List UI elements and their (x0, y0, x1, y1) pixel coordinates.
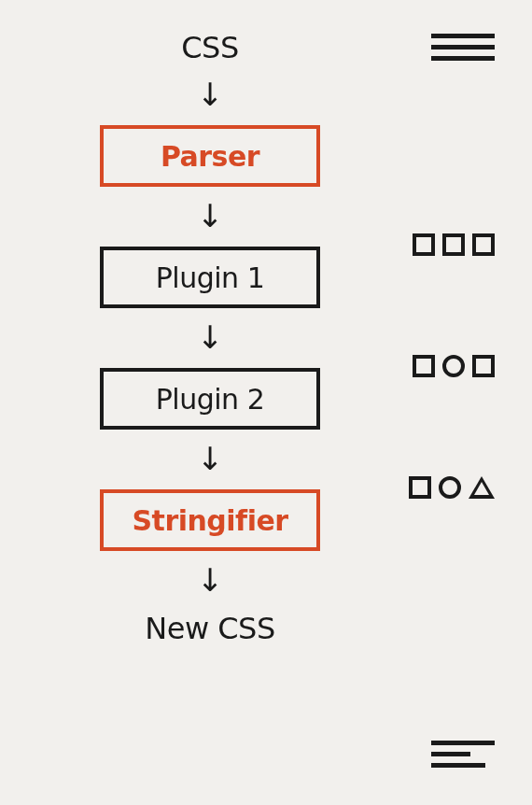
stringifier-label: Stringifier (132, 504, 287, 537)
square-icon (472, 233, 495, 256)
plugin2-box: Plugin 2 (100, 368, 320, 430)
output-label: New CSS (145, 611, 274, 646)
circle-icon (439, 476, 461, 499)
parser-box: Parser (100, 125, 320, 187)
plugin1-label: Plugin 1 (156, 261, 264, 294)
parser-label: Parser (161, 140, 259, 173)
ast-tokens-icon-2 (413, 355, 495, 377)
circle-icon (442, 355, 465, 377)
ast-tokens-icon-1 (413, 233, 495, 256)
arrow-down-icon: ↓ (197, 200, 224, 232)
plugin2-label: Plugin 2 (156, 383, 264, 416)
square-icon (413, 233, 435, 256)
triangle-icon (469, 476, 495, 499)
plugin1-box: Plugin 1 (100, 247, 320, 308)
square-icon (409, 476, 431, 499)
square-icon (442, 233, 465, 256)
ast-tokens-icon-3 (409, 476, 495, 499)
text-justified-icon (431, 34, 495, 61)
arrow-down-icon: ↓ (197, 78, 224, 110)
input-label: CSS (181, 30, 238, 65)
arrow-down-icon: ↓ (197, 321, 224, 353)
pipeline-diagram: CSS ↓ Parser ↓ Plugin 1 ↓ Plugin 2 ↓ Str… (89, 30, 331, 646)
square-icon (413, 355, 435, 377)
stringifier-box: Stringifier (100, 489, 320, 551)
arrow-down-icon: ↓ (197, 443, 224, 474)
square-icon (472, 355, 495, 377)
text-left-aligned-icon (431, 741, 495, 768)
arrow-down-icon: ↓ (197, 564, 224, 596)
